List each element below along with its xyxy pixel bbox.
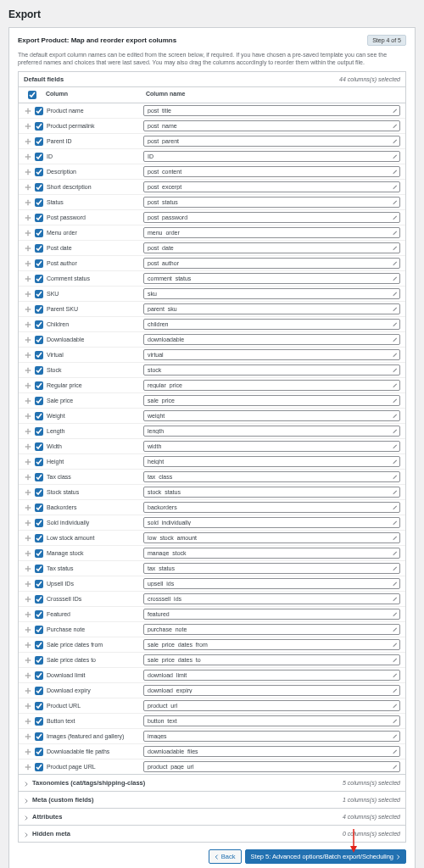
drag-handle-icon[interactable] — [24, 748, 32, 756]
column-name-input[interactable] — [143, 624, 400, 635]
column-name-input[interactable] — [143, 227, 400, 238]
row-checkbox[interactable] — [35, 336, 43, 344]
drag-handle-icon[interactable] — [24, 504, 32, 512]
drag-handle-icon[interactable] — [24, 412, 32, 420]
column-name-input[interactable] — [143, 166, 400, 177]
row-checkbox[interactable] — [35, 259, 43, 268]
drag-handle-icon[interactable] — [24, 656, 32, 665]
row-checkbox[interactable] — [35, 366, 43, 375]
column-name-input[interactable] — [143, 746, 400, 757]
column-name-input[interactable] — [143, 578, 400, 589]
drag-handle-icon[interactable] — [24, 549, 32, 558]
row-checkbox[interactable] — [35, 153, 43, 161]
column-name-input[interactable] — [143, 761, 400, 772]
row-checkbox[interactable] — [35, 488, 43, 497]
drag-handle-icon[interactable] — [24, 595, 32, 604]
drag-handle-icon[interactable] — [24, 214, 32, 222]
row-checkbox[interactable] — [35, 504, 43, 512]
row-checkbox[interactable] — [35, 748, 43, 756]
drag-handle-icon[interactable] — [24, 687, 32, 695]
column-name-input[interactable] — [143, 548, 400, 559]
next-step-button[interactable]: Step 5: Advanced options/Batch export/Sc… — [245, 849, 406, 864]
row-checkbox[interactable] — [35, 717, 43, 726]
drag-handle-icon[interactable] — [24, 641, 32, 649]
column-name-input[interactable] — [143, 380, 400, 391]
column-name-input[interactable] — [143, 349, 400, 360]
column-name-input[interactable] — [143, 715, 400, 726]
drag-handle-icon[interactable] — [24, 351, 32, 359]
drag-handle-icon[interactable] — [24, 198, 32, 207]
column-name-input[interactable] — [143, 609, 400, 620]
column-name-input[interactable] — [143, 197, 400, 208]
column-name-input[interactable] — [143, 105, 400, 116]
select-all-checkbox[interactable] — [28, 91, 36, 99]
column-name-input[interactable] — [143, 502, 400, 513]
column-name-input[interactable] — [143, 700, 400, 711]
drag-handle-icon[interactable] — [24, 381, 32, 390]
drag-handle-icon[interactable] — [24, 305, 32, 314]
drag-handle-icon[interactable] — [24, 290, 32, 298]
drag-handle-icon[interactable] — [24, 122, 32, 131]
row-checkbox[interactable] — [35, 534, 43, 542]
accordion-section[interactable]: Meta (custom fields)1 columns(s) selecte… — [19, 791, 405, 808]
column-name-input[interactable] — [143, 364, 400, 376]
accordion-section[interactable]: Hidden meta0 columns(s) selected — [19, 825, 405, 842]
row-checkbox[interactable] — [35, 656, 43, 665]
drag-handle-icon[interactable] — [24, 671, 32, 680]
row-checkbox[interactable] — [35, 763, 43, 771]
column-name-input[interactable] — [143, 532, 400, 543]
column-name-input[interactable] — [143, 319, 400, 330]
drag-handle-icon[interactable] — [24, 458, 32, 466]
drag-handle-icon[interactable] — [24, 244, 32, 253]
row-checkbox[interactable] — [35, 305, 43, 314]
row-checkbox[interactable] — [35, 137, 43, 146]
column-name-input[interactable] — [143, 456, 400, 467]
column-name-input[interactable] — [143, 410, 400, 421]
drag-handle-icon[interactable] — [24, 702, 32, 710]
column-name-input[interactable] — [143, 471, 400, 482]
column-name-input[interactable] — [143, 334, 400, 345]
drag-handle-icon[interactable] — [24, 153, 32, 161]
row-checkbox[interactable] — [35, 275, 43, 283]
row-checkbox[interactable] — [35, 381, 43, 390]
column-name-input[interactable] — [143, 517, 400, 528]
row-checkbox[interactable] — [35, 183, 43, 192]
row-checkbox[interactable] — [35, 214, 43, 222]
column-name-input[interactable] — [143, 273, 400, 284]
drag-handle-icon[interactable] — [24, 473, 32, 481]
drag-handle-icon[interactable] — [24, 107, 32, 115]
drag-handle-icon[interactable] — [24, 320, 32, 329]
column-name-input[interactable] — [143, 151, 400, 162]
drag-handle-icon[interactable] — [24, 366, 32, 375]
column-name-input[interactable] — [143, 685, 400, 696]
row-checkbox[interactable] — [35, 229, 43, 237]
row-checkbox[interactable] — [35, 626, 43, 634]
row-checkbox[interactable] — [35, 732, 43, 741]
drag-handle-icon[interactable] — [24, 732, 32, 741]
row-checkbox[interactable] — [35, 397, 43, 405]
row-checkbox[interactable] — [35, 565, 43, 573]
drag-handle-icon[interactable] — [24, 488, 32, 497]
column-name-input[interactable] — [143, 593, 400, 604]
accordion-section[interactable]: Attributes4 columns(s) selected — [19, 808, 405, 825]
row-checkbox[interactable] — [35, 427, 43, 436]
row-checkbox[interactable] — [35, 595, 43, 604]
column-name-input[interactable] — [143, 731, 400, 742]
drag-handle-icon[interactable] — [24, 519, 32, 527]
drag-handle-icon[interactable] — [24, 183, 32, 192]
row-checkbox[interactable] — [35, 122, 43, 131]
row-checkbox[interactable] — [35, 702, 43, 710]
column-name-input[interactable] — [143, 441, 400, 452]
drag-handle-icon[interactable] — [24, 565, 32, 573]
row-checkbox[interactable] — [35, 244, 43, 253]
column-name-input[interactable] — [143, 639, 400, 650]
row-checkbox[interactable] — [35, 641, 43, 649]
row-checkbox[interactable] — [35, 671, 43, 680]
drag-handle-icon[interactable] — [24, 259, 32, 268]
row-checkbox[interactable] — [35, 290, 43, 298]
row-checkbox[interactable] — [35, 519, 43, 527]
row-checkbox[interactable] — [35, 549, 43, 558]
column-name-input[interactable] — [143, 303, 400, 314]
drag-handle-icon[interactable] — [24, 397, 32, 405]
column-name-input[interactable] — [143, 670, 400, 681]
